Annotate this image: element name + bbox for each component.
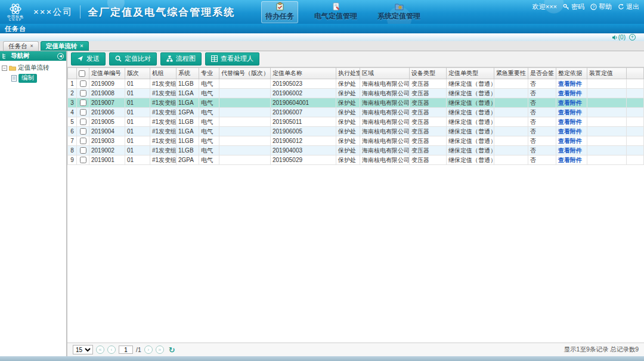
cell-area: 海南核电有限公司 — [360, 108, 410, 117]
page-size-select[interactable]: 15 — [73, 345, 93, 354]
logout-link[interactable]: 退出 — [618, 2, 639, 11]
cell-device: 变压器 — [410, 89, 447, 98]
row-checkbox[interactable] — [80, 147, 86, 154]
col-region[interactable]: 区域 — [360, 68, 410, 79]
cell-value — [587, 89, 627, 98]
view-attachment-link[interactable]: 查看附件 — [558, 147, 582, 154]
table-row[interactable]: 9201900101#1发变组2GPA电气201905029保护处海南核电有限公… — [68, 155, 644, 165]
system-setting-icon — [395, 2, 404, 11]
col-sheet-name[interactable]: 定值单名称 — [271, 68, 336, 79]
sidebar-title: 导航树 — [11, 52, 55, 60]
view-attachment-link[interactable]: 查看附件 — [558, 90, 582, 97]
col-device-type[interactable]: 设备类型 — [410, 68, 447, 79]
row-checkbox[interactable] — [80, 138, 86, 144]
cell-sign: 否 — [528, 79, 556, 89]
row-checkbox[interactable] — [80, 157, 86, 163]
table-row[interactable]: 8201900201#1发变组1LGB电气201904003保护处海南核电有限公… — [68, 146, 644, 155]
last-page-button[interactable]: » — [156, 346, 164, 354]
cell-area: 海南核电有限公司 — [360, 98, 410, 108]
nav-item-pending-tasks[interactable]: 待办任务 — [261, 1, 298, 23]
col-version[interactable]: 版次 — [125, 68, 150, 79]
col-urgency[interactable]: 紧急重要性 — [494, 68, 528, 79]
record-count-info: 显示1至9条记录 总记录数9 — [564, 346, 639, 354]
row-spacer — [627, 155, 644, 165]
row-checkbox[interactable] — [80, 99, 86, 106]
table-row[interactable]: 2201900801#1发变组1LGA电气201906002保护处海南核电有限公… — [68, 89, 644, 98]
cell-urgent — [494, 136, 528, 146]
cell-major: 电气 — [199, 98, 219, 108]
cell-ver: 01 — [125, 136, 150, 146]
sidebar-collapse-icon[interactable]: ◀ — [57, 53, 64, 60]
tab-setting-sheet-flow[interactable]: 定值单流转 × — [41, 41, 89, 51]
nav-item-system-setting-mgmt[interactable]: 系统定值管理 — [373, 1, 425, 23]
col-major[interactable]: 专业 — [199, 68, 219, 79]
cell-name: 201906012 — [271, 136, 336, 146]
send-button[interactable]: 发送 — [71, 52, 106, 66]
page-number-input[interactable] — [119, 346, 133, 354]
table-row[interactable]: 7201900301#1发变组1LGB电气201906012保护处海南核电有限公… — [68, 136, 644, 146]
flowchart-button[interactable]: 流程图 — [160, 52, 202, 66]
col-countersign[interactable]: 是否会签 — [528, 68, 556, 79]
table-row[interactable]: 4201900601#1发变组1GPA电气201906007保护处海南核电有限公… — [68, 108, 644, 117]
row-checkbox[interactable] — [80, 128, 86, 135]
cell-name: 201906005 — [271, 127, 336, 136]
password-link[interactable]: 密码 — [563, 2, 584, 11]
row-checkbox[interactable] — [80, 119, 86, 125]
view-attachment-link[interactable]: 查看附件 — [558, 138, 582, 144]
atom-logo-icon — [9, 3, 22, 15]
cell-device: 变压器 — [410, 136, 447, 146]
help-link[interactable]: ? 帮助 — [590, 2, 612, 11]
speaker-icon — [612, 35, 618, 41]
row-checkbox-cell — [77, 136, 89, 146]
row-checkbox[interactable] — [80, 90, 86, 97]
view-handler-button[interactable]: 查看处理人 — [205, 52, 259, 66]
col-replaced-number[interactable]: 代替编号（版次） — [219, 68, 271, 79]
tree-node-setting-sheet-flow[interactable]: − 定值单流转 — [2, 64, 64, 72]
compare-settings-button[interactable]: 定值比对 — [109, 52, 157, 66]
cell-ver: 01 — [125, 155, 150, 165]
table-row[interactable]: 3201900701#1发变组1LGA电气20190604001保护处海南核电有… — [68, 98, 644, 108]
col-sheet-type[interactable]: 定值单类型 — [447, 68, 494, 79]
bottom-strip — [0, 356, 644, 361]
table-row[interactable]: 5201900501#1发变组1LGB电气201905011保护处海南核电有限公… — [68, 117, 644, 127]
top-header: 中国核电 CNNP ×××公司 全厂定值及电气综合管理系统 待办任务 — [0, 0, 644, 24]
table-row[interactable]: 6201900401#1发变组1LGA电气201906005保护处海南核电有限公… — [68, 127, 644, 136]
tab-close-icon[interactable]: × — [80, 42, 83, 51]
col-device-setting[interactable]: 装置定值 — [587, 68, 627, 79]
cell-type: 继保定值（普通） — [447, 136, 494, 146]
welcome-text: 欢迎××× — [532, 2, 557, 11]
grid-header-row: 定值单编号 版次 机组 系统 专业 代替编号（版次） 定值单名称 执行处室 区域… — [68, 68, 644, 79]
view-attachment-link[interactable]: 查看附件 — [558, 80, 582, 87]
row-checkbox[interactable] — [80, 109, 86, 116]
nav-item-electrical-setting-mgmt[interactable]: 电气定值管理 — [310, 1, 361, 23]
col-exec-office[interactable]: 执行处室 — [336, 68, 360, 79]
tab-task-desk[interactable]: 任务台 × — [3, 41, 39, 51]
table-row[interactable]: 1201900901#1发变组1LGB电气201905023保护处海南核电有限公… — [68, 79, 644, 89]
prev-page-button[interactable]: ‹ — [107, 346, 116, 354]
tree-node-compile[interactable]: 编制 — [11, 74, 64, 83]
cell-unit: #1发变组 — [150, 127, 177, 136]
row-checkbox[interactable] — [80, 80, 86, 87]
col-sheet-number[interactable]: 定值单编号 — [89, 68, 125, 79]
sound-toggle[interactable]: (0) — [612, 34, 626, 41]
cell-replace — [219, 127, 271, 136]
view-attachment-link[interactable]: 查看附件 — [558, 157, 582, 163]
tab-close-icon[interactable]: × — [30, 42, 33, 51]
row-spacer — [627, 127, 644, 136]
first-page-button[interactable]: « — [96, 346, 104, 354]
view-attachment-link[interactable]: 查看附件 — [558, 109, 582, 116]
cell-basis: 查看附件 — [556, 108, 587, 117]
cell-major: 电气 — [199, 89, 219, 98]
tree-collapse-icon[interactable]: − — [2, 66, 7, 71]
next-page-button[interactable]: › — [144, 346, 153, 354]
col-system[interactable]: 系统 — [177, 68, 199, 79]
view-attachment-link[interactable]: 查看附件 — [558, 119, 582, 125]
add-panel-icon[interactable]: + — [629, 34, 636, 41]
col-setting-basis[interactable]: 整定依据 — [556, 68, 587, 79]
refresh-button[interactable]: ↻ — [169, 346, 175, 354]
view-attachment-link[interactable]: 查看附件 — [558, 128, 582, 135]
cell-name: 201905023 — [271, 79, 336, 89]
col-unit[interactable]: 机组 — [150, 68, 177, 79]
view-attachment-link[interactable]: 查看附件 — [558, 99, 582, 106]
select-all-checkbox[interactable] — [79, 70, 85, 77]
